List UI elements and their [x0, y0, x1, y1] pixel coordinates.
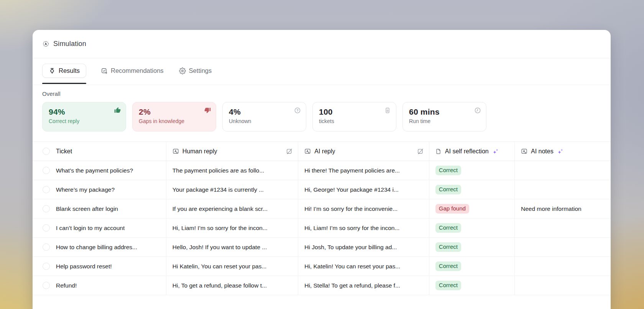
row-checkbox[interactable]	[43, 186, 50, 193]
human-reply-text: Hello, Josh! If you want to update ...	[172, 244, 267, 251]
overall-section: Overall 94% Correct reply 2% Gaps in kno…	[33, 85, 611, 131]
column-header-ai-reply[interactable]: AI reply	[298, 142, 429, 161]
table-row[interactable]: Blank screen after login If you are expe…	[33, 199, 611, 219]
stat-value: 4%	[229, 107, 300, 117]
sparkles-icon	[557, 148, 564, 155]
table-row[interactable]: Refund! Hi, To get a refund, please foll…	[33, 276, 611, 295]
table-row[interactable]: What's the payment policies? The payment…	[33, 161, 611, 180]
ticket-icon	[384, 107, 391, 114]
text-field-icon	[521, 148, 527, 154]
stat-value: 2%	[139, 107, 210, 117]
column-header-ticket[interactable]: Ticket	[33, 142, 166, 161]
stat-gaps-in-knowledge: 2% Gaps in knowledge	[132, 102, 216, 131]
stat-value: 94%	[49, 107, 120, 117]
ticket-title: I can’t login to my account	[56, 225, 125, 232]
column-label: Ticket	[56, 148, 72, 155]
ticket-title: How to change billing addres...	[56, 244, 137, 251]
thumbs-down-icon	[204, 107, 211, 113]
ticket-title: Help password reset!	[56, 263, 112, 270]
edit-off-icon	[417, 148, 424, 154]
column-label: Human reply	[182, 148, 217, 155]
human-reply-text: Hi, To get a refund, please follow t...	[172, 282, 267, 289]
ticket-title: What's the payment policies?	[56, 167, 133, 174]
stat-correct-reply: 94% Correct reply	[42, 102, 126, 131]
tab-recommendations[interactable]: Recommendations	[100, 64, 164, 77]
select-all-checkbox[interactable]	[43, 148, 50, 155]
ticket-title: Where’s my package?	[56, 186, 115, 193]
stat-card-row: 94% Correct reply 2% Gaps in knowledge	[42, 102, 601, 131]
human-reply-text: Hi Katelin, You can reset your pas...	[172, 263, 267, 270]
sparkles-icon	[492, 148, 499, 155]
text-field-icon	[304, 148, 311, 154]
human-reply-text: Hi, Liam! I’m so sorry for the incon...	[172, 225, 268, 232]
reflection-badge: Correct	[435, 281, 461, 290]
table-row[interactable]: Help password reset! Hi Katelin, You can…	[33, 257, 611, 276]
ai-reply-text: Hi, Katelin! You can reset your pas...	[304, 263, 400, 270]
table-row[interactable]: Where’s my package? Your package #1234 i…	[33, 180, 611, 199]
thumbs-up-icon	[114, 107, 121, 113]
ticket-title: Blank screen after login	[56, 205, 118, 212]
column-header-ai-self-reflection[interactable]: AI self reflection	[429, 142, 515, 161]
human-reply-text: If you are experiencing a blank scr...	[172, 205, 268, 212]
document-icon	[435, 148, 442, 154]
ai-reply-text: Hi, Stella! To get a refund, please f...	[304, 282, 400, 289]
tab-results[interactable]: Results	[42, 64, 86, 78]
tab-settings[interactable]: Settings	[178, 64, 213, 77]
row-checkbox[interactable]	[43, 205, 50, 212]
stat-value: 60 mins	[409, 107, 480, 117]
row-checkbox[interactable]	[43, 243, 50, 251]
ai-reply-text: Hi Josh, To update your billing ad...	[304, 244, 397, 251]
ai-notes-text: Need more information	[521, 205, 582, 212]
tab-settings-label: Settings	[189, 67, 212, 74]
ticket-title: Refund!	[56, 282, 77, 289]
row-checkbox[interactable]	[43, 282, 50, 289]
table-row[interactable]: I can’t login to my account Hi, Liam! I’…	[33, 219, 611, 238]
stat-label: tickets	[319, 118, 390, 124]
svg-text:?: ?	[296, 108, 298, 112]
overall-label: Overall	[42, 90, 601, 97]
column-label: AI notes	[531, 148, 554, 155]
reflection-badge: Correct	[435, 261, 461, 271]
gear-icon	[179, 67, 186, 74]
human-reply-text: Your package #1234 is currently ...	[172, 186, 264, 193]
stat-tickets: 100 tickets	[312, 102, 396, 131]
tab-results-label: Results	[59, 67, 80, 74]
stat-label: Unknown	[229, 118, 300, 124]
table-row[interactable]: How to change billing addres... Hello, J…	[33, 238, 611, 257]
ai-reply-text: Hi, George! Your package #1234 i...	[304, 186, 399, 193]
column-header-ai-notes[interactable]: AI notes	[515, 142, 611, 161]
ai-reply-text: Hi, Liam! I’m so sorry for the incon...	[304, 225, 399, 232]
stat-value: 100	[319, 107, 390, 117]
human-reply-text: The payment policies are as follo...	[172, 167, 264, 174]
checkbox-plus-icon	[101, 67, 108, 74]
simulation-test-icon	[49, 67, 56, 74]
row-checkbox[interactable]	[43, 167, 50, 174]
stat-label: Correct reply	[49, 118, 120, 124]
page-title: Simulation	[53, 40, 86, 48]
reflection-badge: Correct	[435, 223, 461, 233]
reflection-badge: Correct	[435, 242, 461, 252]
reflection-badge: Correct	[435, 185, 461, 194]
reflection-badge: Gap found	[435, 204, 469, 214]
results-table: Ticket Human reply	[33, 141, 611, 295]
ai-chip-icon	[42, 40, 49, 48]
panel-header: Simulation	[33, 30, 611, 58]
row-checkbox[interactable]	[43, 224, 50, 232]
stat-label: Gaps in knowledge	[139, 118, 210, 124]
reflection-badge: Correct	[435, 166, 461, 175]
text-field-icon	[172, 148, 179, 154]
stat-unknown: 4% Unknown ?	[222, 102, 306, 131]
help-circle-icon: ?	[294, 107, 301, 114]
edit-off-icon	[286, 148, 292, 154]
column-label: AI reply	[314, 148, 335, 155]
stat-run-time: 60 mins Run time	[402, 102, 486, 131]
column-header-human-reply[interactable]: Human reply	[166, 142, 298, 161]
stat-label: Run time	[409, 118, 480, 124]
column-label: AI self reflection	[445, 148, 489, 155]
row-checkbox[interactable]	[43, 263, 50, 270]
simulation-panel: Simulation Results Recommendations	[33, 30, 611, 309]
clock-icon	[474, 107, 481, 114]
tab-recommendations-label: Recommendations	[111, 67, 164, 74]
ai-reply-text: Hi! I’m so sorry for the inconvenie...	[304, 205, 398, 212]
table-header-row: Ticket Human reply	[33, 142, 611, 161]
